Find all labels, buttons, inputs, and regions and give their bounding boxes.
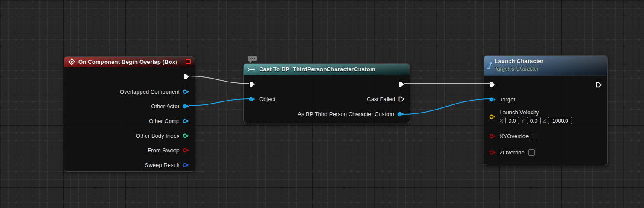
comment-bubble-icon[interactable] [248,56,257,61]
other-comp-pin[interactable] [183,118,189,124]
node-on-component-begin-overlap[interactable]: On Component Begin Overlap (Box) Overlap… [64,56,195,172]
event-exec-out-pin[interactable] [183,73,189,80]
launch-exec-out-pin[interactable] [596,82,602,88]
delegate-pin[interactable] [186,59,191,64]
node-launch-character[interactable]: ƒ Launch Character Target is Character T… [484,55,608,165]
pin-label-sweep-result: Sweep Result [145,162,179,168]
x-axis-label: X [500,118,503,124]
pin-label-launch-velocity: Launch Velocity [500,109,572,116]
z-override-checkbox[interactable] [528,149,535,156]
cast-exec-in-pin[interactable] [249,81,255,88]
launch-velocity-pin[interactable] [489,114,496,120]
pin-label-from-sweep: From Sweep [147,147,179,154]
xy-override-pin[interactable] [489,133,496,139]
z-override-pin[interactable] [489,150,496,155]
pin-label-z-override: ZOverride [500,149,525,156]
comment-dots [252,58,253,59]
blueprint-graph-canvas[interactable]: On Component Begin Overlap (Box) Overlap… [0,0,644,208]
pin-label-object: Object [259,96,276,102]
overlapped-component-pin[interactable] [183,89,189,95]
cast-node-title: Cast To BP_ThirdPersonCharacterCustom [259,66,375,72]
pin-label-xy-override: XYOverride [500,133,529,139]
wire-exec-event-to-cast[interactable] [190,76,249,84]
launch-node-title: Launch Character [494,57,544,66]
wire-other-actor-to-object[interactable] [189,99,250,106]
z-value-input[interactable] [548,117,572,124]
z-axis-label: Z [543,118,546,124]
event-node-header[interactable]: On Component Begin Overlap (Box) [64,57,195,67]
cast-node-header[interactable]: Cast To BP_ThirdPersonCharacterCustom [244,64,410,75]
function-icon: ƒ [488,61,491,69]
pin-label-other-actor: Other Actor [151,103,179,110]
pin-label-other-body-index: Other Body Index [136,132,179,139]
pin-label-cast-failed: Cast Failed [367,96,395,102]
from-sweep-pin[interactable] [183,148,189,153]
event-icon [68,58,75,65]
other-actor-pin[interactable] [183,104,189,109]
cast-icon [247,66,256,72]
cast-failed-pin[interactable] [398,96,404,102]
xy-override-checkbox[interactable] [532,133,538,139]
node-cast-to-bp-thirdpersoncharactercustom[interactable]: Cast To BP_ThirdPersonCharacterCustom Ob… [243,63,410,123]
cast-object-pin[interactable] [249,96,256,102]
sweep-result-pin[interactable] [183,162,189,168]
y-axis-label: Y [521,118,525,124]
other-body-index-pin[interactable] [183,133,189,139]
event-node-title: On Component Begin Overlap (Box) [78,59,177,65]
x-value-input[interactable] [505,117,519,124]
launch-node-header[interactable]: ƒ Launch Character Target is Character [484,56,607,76]
launch-exec-in-pin[interactable] [489,82,496,88]
pin-label-as-bp-third-person-character-custom: As BP Third Person Character Custom [298,111,394,117]
pin-label-other-comp: Other Comp [149,118,179,124]
pin-label-overlapped-component: Overlapped Component [120,88,179,95]
pin-label-target: Target [500,96,515,103]
launch-node-subtitle: Target is Character [494,66,544,73]
cast-exec-out-pin[interactable] [398,81,404,88]
y-value-input[interactable] [527,117,541,124]
wire-as-character-to-target[interactable] [403,99,491,114]
